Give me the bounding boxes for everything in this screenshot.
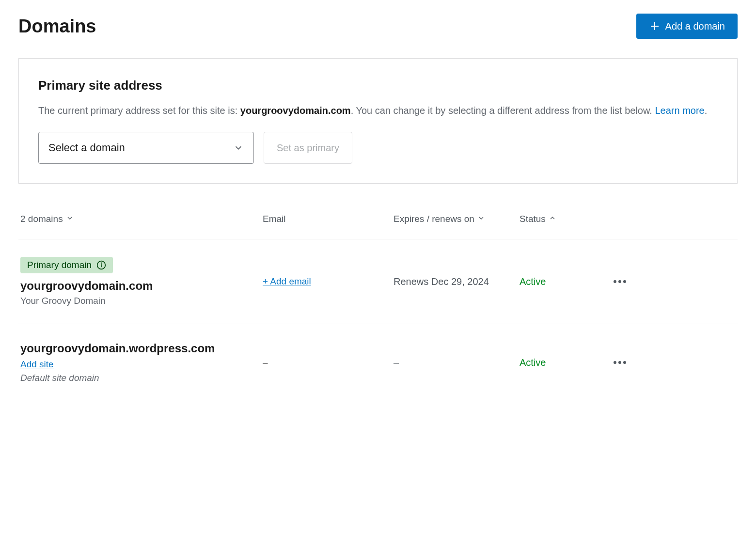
status-cell: Active [520,357,604,368]
domain-name[interactable]: yourgroovydomain.com [20,279,263,293]
svg-point-9 [618,361,621,364]
column-header-domains[interactable]: 2 domains [20,214,263,224]
add-site-link[interactable]: Add site [20,359,54,370]
chevron-down-icon [233,142,244,153]
set-as-primary-button[interactable]: Set as primary [264,132,352,164]
domain-subtitle: Your Groovy Domain [20,296,263,306]
select-domain-dropdown[interactable]: Select a domain [38,132,254,164]
chevron-down-icon [477,214,485,224]
svg-point-6 [618,280,621,283]
add-email-link[interactable]: + Add email [263,276,311,286]
add-domain-button[interactable]: Add a domain [636,14,738,39]
primary-panel-title: Primary site address [38,78,718,93]
status-active: Active [520,276,546,287]
column-header-email: Email [263,214,394,224]
svg-point-7 [623,280,626,283]
current-primary-domain: yourgroovydomain.com [240,105,351,116]
select-domain-placeholder: Select a domain [48,142,125,154]
domain-cell: Primary domain yourgroovydomain.com Your… [20,257,263,306]
svg-point-10 [623,361,626,364]
email-cell: – [263,357,394,368]
primary-panel-description: The current primary address set for this… [38,103,718,118]
page-title: Domains [18,16,96,37]
column-header-expires[interactable]: Expires / renews on [394,214,520,224]
chevron-down-icon [66,214,74,224]
info-icon[interactable] [96,260,106,270]
primary-domain-badge: Primary domain [20,257,113,273]
expires-cell: Renews Dec 29, 2024 [394,274,520,289]
column-header-status[interactable]: Status [520,214,604,224]
more-actions-button[interactable] [611,278,629,285]
domain-name[interactable]: yourgroovydomain.wordpress.com [20,342,263,355]
svg-point-5 [614,280,616,283]
domain-subtitle: Default site domain [20,373,263,383]
table-row: yourgroovydomain.wordpress.com Add site … [18,324,738,401]
add-domain-label: Add a domain [665,21,725,32]
status-cell: Active [520,276,604,287]
expires-cell: – [394,355,520,370]
chevron-up-icon [549,214,556,224]
status-active: Active [520,357,546,368]
primary-site-address-panel: Primary site address The current primary… [18,58,738,184]
email-cell: + Add email [263,276,394,287]
plus-icon [649,20,661,32]
learn-more-link[interactable]: Learn more [655,105,704,116]
svg-point-4 [101,263,102,263]
svg-point-8 [614,361,616,364]
domain-cell: yourgroovydomain.wordpress.com Add site … [20,342,263,383]
table-row: Primary domain yourgroovydomain.com Your… [18,239,738,324]
domains-table-header: 2 domains Email Expires / renews on Stat… [18,207,738,239]
more-actions-button[interactable] [611,359,629,366]
